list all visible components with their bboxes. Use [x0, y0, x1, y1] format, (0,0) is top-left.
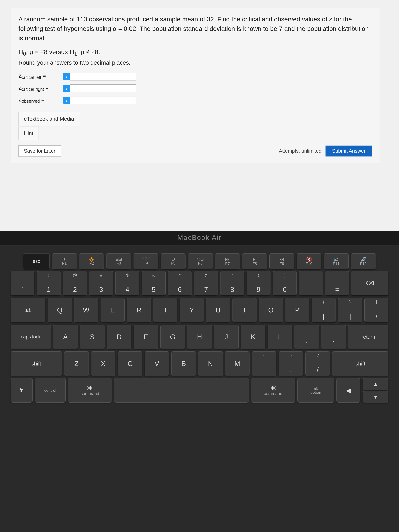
f6-key[interactable]: ⬡⬡ F6	[188, 253, 213, 269]
backtick-key[interactable]: ~ `	[11, 271, 34, 295]
y-key[interactable]: Y	[180, 298, 204, 322]
z-key[interactable]: Z	[64, 351, 89, 376]
sections-area: eTextbook and Media Hint	[19, 112, 372, 140]
left-command-key[interactable]: ⌘ command	[68, 378, 112, 403]
k-key[interactable]: K	[241, 325, 265, 349]
etextbook-button[interactable]: eTextbook and Media	[19, 112, 79, 126]
f-key[interactable]: F	[134, 325, 158, 349]
7-key[interactable]: & 7	[194, 271, 218, 295]
fn-row: esc ✦ F1 🔆 F2 ⊟⊟ F3 ⠿⠿⠿ F4 ⬡ F5	[11, 253, 388, 269]
c-key[interactable]: C	[118, 351, 142, 376]
f9-key[interactable]: ⏭ F9	[269, 253, 294, 269]
keyboard: esc ✦ F1 🔆 F2 ⊟⊟ F3 ⠿⠿⠿ F4 ⬡ F5	[0, 245, 399, 532]
period-key[interactable]: > .	[279, 351, 303, 376]
m-key[interactable]: M	[225, 351, 249, 376]
minus-key[interactable]: _ -	[299, 271, 323, 295]
z-critical-left-info-icon[interactable]: i	[63, 73, 70, 80]
f12-key[interactable]: 🔊 F12	[351, 253, 376, 269]
g-key[interactable]: G	[160, 325, 185, 349]
option-key[interactable]: alt option	[298, 378, 334, 403]
bottom-bar: Save for Later Attempts: unlimited Submi…	[19, 146, 372, 157]
fn-key[interactable]: fn	[11, 378, 33, 403]
caps-lock-key[interactable]: caps lock	[11, 325, 51, 349]
semicolon-key[interactable]: : ;	[294, 325, 319, 349]
l-key[interactable]: L	[268, 325, 292, 349]
z-observed-input[interactable]	[70, 96, 136, 104]
submit-button[interactable]: Submit Answer	[325, 146, 372, 157]
bracket-open-key[interactable]: { [	[312, 298, 336, 322]
left-shift-key[interactable]: shift	[11, 351, 62, 376]
z-critical-left-input[interactable]	[70, 73, 136, 81]
p-key[interactable]: P	[285, 298, 309, 322]
4-key[interactable]: $ 4	[115, 271, 139, 295]
equals-key[interactable]: + =	[325, 271, 349, 295]
asdf-row: caps lock A S D F G H J K L : ; " ' retu…	[11, 325, 388, 349]
q-key[interactable]: Q	[48, 298, 72, 322]
z-critical-right-input[interactable]	[70, 84, 136, 92]
zxcv-row: shift Z X C V B N M < , > . ? / shift	[11, 351, 388, 376]
f2-key[interactable]: 🔆 F2	[79, 253, 104, 269]
n-key[interactable]: N	[198, 351, 223, 376]
save-button[interactable]: Save for Later	[19, 146, 61, 157]
z-critical-right-row: Zcritical right = i	[19, 84, 372, 92]
spacebar-key[interactable]	[114, 378, 249, 403]
content-area: A random sample of 113 observations prod…	[11, 8, 380, 163]
comma-key[interactable]: < ,	[252, 351, 276, 376]
j-key[interactable]: J	[214, 325, 239, 349]
return-key[interactable]: return	[348, 325, 388, 349]
f10-key[interactable]: 🔇 F10	[297, 253, 321, 269]
slash-key[interactable]: ? /	[305, 351, 330, 376]
8-key[interactable]: * 8	[220, 271, 244, 295]
e-key[interactable]: E	[101, 298, 125, 322]
submit-area: Attempts: unlimited Submit Answer	[279, 146, 372, 157]
z-observed-info-icon[interactable]: i	[63, 97, 70, 104]
down-arrow-key[interactable]: ▼	[363, 391, 388, 403]
macbook-brand: MacBook Air	[177, 234, 222, 241]
bracket-close-key[interactable]: } ]	[338, 298, 362, 322]
a-key[interactable]: A	[53, 325, 78, 349]
r-key[interactable]: R	[127, 298, 151, 322]
up-arrow-key[interactable]: ▲	[363, 378, 388, 390]
6-key[interactable]: ^ 6	[168, 271, 192, 295]
qwerty-row: tab Q W E R T Y U I O P { [ } ] | \	[11, 298, 388, 322]
f11-key[interactable]: 🔉 F11	[324, 253, 348, 269]
hint-button[interactable]: Hint	[19, 127, 39, 140]
left-ctrl-key[interactable]: control	[35, 378, 66, 403]
f5-key[interactable]: ⬡ F5	[161, 253, 185, 269]
i-key[interactable]: I	[233, 298, 256, 322]
o-key[interactable]: O	[259, 298, 283, 322]
w-key[interactable]: W	[74, 298, 98, 322]
f8-key[interactable]: ⏯ F8	[242, 253, 267, 269]
s-key[interactable]: S	[80, 325, 105, 349]
up-down-arrows: ▲ ▼	[363, 378, 388, 403]
right-command-key[interactable]: ⌘ command	[251, 378, 295, 403]
5-key[interactable]: % 5	[142, 271, 166, 295]
b-key[interactable]: B	[171, 351, 196, 376]
3-key[interactable]: # 3	[89, 271, 113, 295]
z-critical-right-wrapper: i	[63, 84, 136, 92]
esc-key[interactable]: esc	[23, 253, 50, 269]
9-key[interactable]: ( 9	[247, 271, 271, 295]
quote-key[interactable]: " '	[321, 325, 346, 349]
f4-key[interactable]: ⠿⠿⠿ F4	[133, 253, 158, 269]
backslash-key[interactable]: | \	[364, 298, 388, 322]
d-key[interactable]: D	[107, 325, 131, 349]
backspace-key[interactable]: ⌫	[352, 271, 388, 295]
v-key[interactable]: V	[145, 351, 169, 376]
u-key[interactable]: U	[206, 298, 230, 322]
tab-key[interactable]: tab	[11, 298, 45, 322]
1-key[interactable]: ! 1	[37, 271, 61, 295]
right-shift-key[interactable]: shift	[332, 351, 388, 376]
f7-key[interactable]: ⏮ F7	[215, 253, 240, 269]
f1-key[interactable]: ✦ F1	[52, 253, 77, 269]
f3-key[interactable]: ⊟⊟ F3	[106, 253, 131, 269]
left-arrow-key[interactable]: ◀	[336, 378, 360, 403]
x-key[interactable]: X	[91, 351, 115, 376]
hypothesis: H0: μ = 28 versus H1: μ ≠ 28.	[19, 48, 372, 57]
2-key[interactable]: @ 2	[63, 271, 87, 295]
z-critical-right-info-icon[interactable]: i	[63, 85, 70, 92]
h-key[interactable]: H	[187, 325, 212, 349]
bottom-row: fn control ⌘ command ⌘ command alt optio…	[11, 378, 388, 403]
0-key[interactable]: ) 0	[273, 271, 297, 295]
t-key[interactable]: T	[153, 298, 177, 322]
